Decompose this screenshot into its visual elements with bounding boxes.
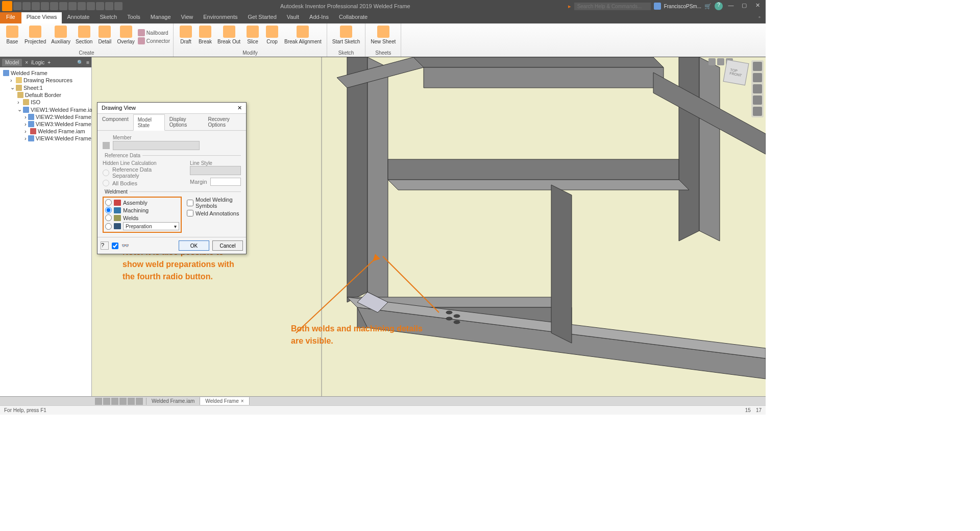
tab-environments[interactable]: Environments	[198, 12, 242, 23]
tab-addins[interactable]: Add-Ins	[304, 12, 334, 23]
tab-place-views[interactable]: Place Views	[21, 12, 62, 23]
tree-item[interactable]: ›Drawing Resources	[10, 77, 89, 84]
qat-icon[interactable]	[50, 2, 58, 10]
welds-radio[interactable]	[105, 214, 112, 221]
qat-redo-icon[interactable]	[41, 2, 49, 10]
home-icon[interactable]	[753, 62, 762, 71]
glasses-icon[interactable]: 👓	[121, 242, 129, 249]
auxiliary-button[interactable]: Auxiliary	[49, 25, 72, 49]
tab-get-started[interactable]: Get Started	[243, 12, 282, 23]
qat-undo-icon[interactable]	[32, 2, 40, 10]
tab-vault[interactable]: Vault	[282, 12, 304, 23]
qat-icon[interactable]	[87, 2, 95, 10]
crop-button[interactable]: Crop	[263, 25, 281, 49]
chk-weld-annotations-row[interactable]: Weld Annotations	[187, 210, 241, 216]
qat-icon[interactable]	[105, 2, 113, 10]
file-tab[interactable]: File	[0, 12, 21, 23]
radio-prep-row[interactable]: Preparation▾	[105, 222, 179, 230]
cancel-button[interactable]: Cancel	[212, 240, 243, 251]
start-sketch-button[interactable]: Start Sketch	[330, 25, 362, 49]
browser-tab-model[interactable]: Model	[2, 59, 22, 66]
qat-icon[interactable]	[78, 2, 86, 10]
browser-tab-close-icon[interactable]: ×	[25, 60, 28, 65]
break-alignment-button[interactable]: Break Alignment	[282, 25, 324, 49]
tree-item[interactable]: ›ISO	[17, 99, 89, 106]
tree-item[interactable]: Default Border	[17, 91, 89, 99]
doctab-icon[interactable]	[119, 398, 127, 405]
ribbon-collapse-icon[interactable]: ◦	[753, 12, 766, 23]
model-welding-symbols-checkbox[interactable]	[187, 200, 193, 206]
tree-item[interactable]: ⌄VIEW1:Welded Frame.iam	[17, 106, 89, 113]
model-tree[interactable]: Welded Frame ›Drawing Resources ⌄Sheet:1…	[0, 67, 91, 144]
doctab-icon[interactable]	[103, 398, 110, 405]
doc-tab[interactable]: Welded Frame.iam	[146, 397, 200, 405]
tab-manage[interactable]: Manage	[145, 12, 176, 23]
detail-button[interactable]: Detail	[95, 25, 114, 49]
dialog-tab-display-options[interactable]: Display Options	[165, 114, 204, 130]
doc-tab-active[interactable]: Welded Frame×	[200, 397, 249, 405]
radio-assembly-row[interactable]: Assembly	[105, 199, 179, 206]
zoom-icon[interactable]	[753, 84, 762, 93]
slice-button[interactable]: Slice	[243, 25, 262, 49]
tree-root[interactable]: Welded Frame	[3, 69, 89, 77]
dialog-title-bar[interactable]: Drawing View ✕	[97, 103, 246, 114]
chk-model-welding-row[interactable]: Model Welding Symbols	[187, 197, 241, 209]
user-name[interactable]: FranciscoPSm...	[664, 4, 701, 9]
lookat-icon[interactable]	[753, 107, 762, 116]
help-icon[interactable]: ?	[715, 2, 723, 10]
canvas-icon[interactable]	[708, 58, 716, 65]
break-button[interactable]: Break	[196, 25, 214, 49]
qat-icon[interactable]	[114, 2, 122, 10]
view-cube[interactable]: TOPFRONT	[723, 60, 749, 86]
qat-icon[interactable]	[59, 2, 67, 10]
close-icon[interactable]: ×	[241, 398, 244, 404]
browser-menu-icon[interactable]: ≡	[86, 60, 89, 65]
tab-view[interactable]: View	[176, 12, 199, 23]
doctab-icon[interactable]	[128, 398, 135, 405]
help-search-input[interactable]	[574, 3, 651, 10]
tab-sketch[interactable]: Sketch	[95, 12, 122, 23]
preparation-dropdown[interactable]: Preparation▾	[123, 222, 179, 230]
maximize-button[interactable]: ▢	[739, 2, 749, 10]
orbit-icon[interactable]	[753, 95, 762, 105]
ok-button[interactable]: OK	[179, 240, 209, 251]
dialog-tab-component[interactable]: Component	[97, 114, 133, 130]
user-avatar-icon[interactable]	[654, 3, 661, 10]
browser-tab-ilogic[interactable]: iLogic	[31, 60, 44, 65]
assembly-radio[interactable]	[105, 199, 112, 206]
connector-button[interactable]: Connector	[138, 37, 170, 44]
canvas-icon[interactable]	[717, 58, 724, 65]
margin-input[interactable]	[210, 178, 241, 186]
qat-save-icon[interactable]	[22, 2, 31, 10]
help-icon[interactable]: ?	[101, 242, 109, 250]
section-button[interactable]: Section	[74, 25, 94, 49]
member-dropdown[interactable]	[113, 141, 200, 150]
radio-machining-row[interactable]: Machining	[105, 207, 179, 213]
browser-search-icon[interactable]: 🔍	[77, 60, 83, 65]
radio-welds-row[interactable]: Welds	[105, 214, 179, 221]
qat-icon[interactable]	[68, 2, 77, 10]
draft-button[interactable]: Draft	[177, 25, 195, 49]
machining-radio[interactable]	[105, 207, 112, 213]
tree-item[interactable]: ›VIEW2:Welded Frame.iam	[24, 113, 89, 120]
preparation-radio[interactable]	[105, 223, 112, 230]
browser-tab-add-icon[interactable]: +	[47, 60, 51, 65]
dialog-tab-model-state[interactable]: Model State	[133, 114, 165, 131]
close-button[interactable]: ✕	[752, 2, 763, 10]
qat-open-icon[interactable]	[13, 2, 21, 10]
new-sheet-button[interactable]: New Sheet	[369, 25, 398, 49]
doctab-icon[interactable]	[111, 398, 118, 405]
doctab-icon[interactable]	[136, 398, 143, 405]
linestyle-dropdown[interactable]	[190, 166, 241, 175]
tree-item[interactable]: ⌄Sheet:1	[10, 84, 89, 91]
overlay-button[interactable]: Overlay	[115, 25, 136, 49]
cart-icon[interactable]: 🛒	[704, 3, 712, 10]
pan-icon[interactable]	[753, 73, 762, 82]
minimize-button[interactable]: —	[726, 2, 736, 10]
tab-annotate[interactable]: Annotate	[62, 12, 94, 23]
break-out-button[interactable]: Break Out	[215, 25, 242, 49]
dialog-close-icon[interactable]: ✕	[237, 105, 242, 111]
doctab-icon[interactable]	[95, 398, 102, 405]
dialog-tab-recovery-options[interactable]: Recovery Options	[203, 114, 246, 130]
tree-item[interactable]: ›Welded Frame.iam	[24, 128, 89, 135]
